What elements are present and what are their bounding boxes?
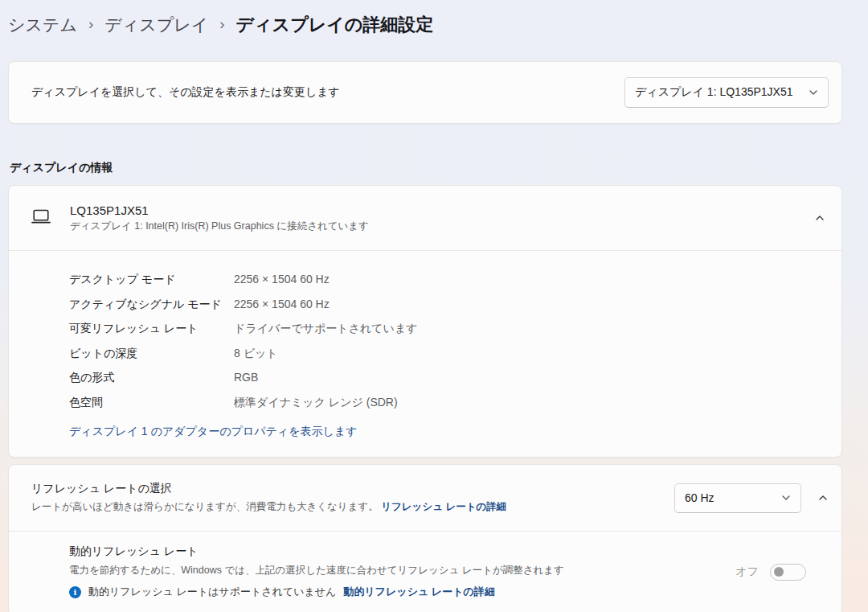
refresh-rate-header[interactable]: リフレッシュ レートの選択 レートが高いほど動きは滑らかになりますが、消費電力も… (9, 465, 841, 531)
toggle-knob (774, 567, 784, 577)
table-row: 可変リフレッシュ レート ドライバーでサポートされています (69, 316, 811, 341)
refresh-rate-dropdown-value: 60 Hz (685, 491, 714, 504)
display-selector-card: ディスプレイを選択して、その設定を表示または変更します ディスプレイ 1: LQ… (8, 61, 842, 124)
dynamic-refresh-rate-learn-more-link[interactable]: 動的リフレッシュ レートの詳細 (343, 585, 494, 599)
dynamic-refresh-rate-description: 電力を節約するために、Windows では、上記の選択した速度に合わせてリフレッ… (69, 564, 564, 577)
refresh-rate-card: リフレッシュ レートの選択 レートが高いほど動きは滑らかになりますが、消費電力も… (8, 464, 842, 612)
breadcrumb-system[interactable]: システム (8, 14, 77, 36)
refresh-rate-controls: 60 Hz (674, 483, 829, 513)
row-value: 標準ダイナミック レンジ (SDR) (234, 390, 398, 415)
refresh-rate-dropdown[interactable]: 60 Hz (674, 483, 801, 513)
advanced-display-settings-page: システム › ディスプレイ › ディスプレイの詳細設定 ディスプレイを選択して、… (0, 13, 868, 612)
dynamic-refresh-rate-unsupported-text: 動的リフレッシュ レートはサポートされていません (88, 585, 336, 599)
breadcrumb-display[interactable]: ディスプレイ (104, 14, 208, 36)
refresh-rate-learn-more-link[interactable]: リフレッシュ レートの詳細 (381, 501, 506, 512)
display-info-content: デスクトップ モード 2256 × 1504 60 Hz アクティブなシグナル … (9, 251, 841, 457)
table-row: デスクトップ モード 2256 × 1504 60 Hz (69, 267, 811, 292)
refresh-rate-description: レートが高いほど動きは滑らかになりますが、消費電力も大きくなります。 リフレッシ… (31, 500, 674, 514)
chevron-down-icon (809, 88, 818, 97)
row-label: 色の形式 (69, 365, 234, 390)
row-value: 8 ビット (234, 341, 278, 366)
row-value: RGB (234, 365, 258, 390)
display-info-expander-header[interactable]: LQ135P1JX51 ディスプレイ 1: Intel(R) Iris(R) P… (9, 186, 841, 250)
chevron-right-icon: › (88, 15, 93, 33)
row-value: ドライバーでサポートされています (234, 316, 418, 341)
row-label: 可変リフレッシュ レート (69, 316, 234, 341)
info-icon: i (69, 586, 81, 598)
chevron-up-icon[interactable] (814, 212, 825, 224)
display-info-card: LQ135P1JX51 ディスプレイ 1: Intel(R) Iris(R) P… (8, 185, 842, 458)
chevron-up-icon[interactable] (817, 492, 829, 503)
dynamic-refresh-rate-text: 動的リフレッシュ レート 電力を節約するために、Windows では、上記の選択… (69, 544, 564, 599)
table-row: 色の形式 RGB (69, 365, 811, 390)
row-label: デスクトップ モード (69, 267, 234, 292)
table-row: 色空間 標準ダイナミック レンジ (SDR) (69, 390, 811, 415)
laptop-icon (31, 207, 51, 229)
dynamic-refresh-rate-toggle[interactable] (770, 564, 806, 581)
chevron-down-icon (781, 493, 791, 503)
device-connection-subtitle: ディスプレイ 1: Intel(R) Iris(R) Plus Graphics… (70, 220, 814, 233)
dynamic-refresh-rate-info-row: i 動的リフレッシュ レートはサポートされていません 動的リフレッシュ レートの… (69, 585, 564, 599)
toggle-state-label: オフ (735, 565, 759, 579)
table-row: アクティブなシグナル モード 2256 × 1504 60 Hz (69, 292, 811, 317)
table-row: ビットの深度 8 ビット (69, 341, 811, 366)
adapter-properties-link[interactable]: ディスプレイ 1 のアダプターのプロパティを表示します (69, 425, 357, 439)
dynamic-refresh-rate-row: 動的リフレッシュ レート 電力を節約するために、Windows では、上記の選択… (9, 532, 841, 612)
row-label: ビットの深度 (69, 341, 234, 366)
display-info-header-text: LQ135P1JX51 ディスプレイ 1: Intel(R) Iris(R) P… (70, 203, 814, 233)
display-info-section-title: ディスプレイの情報 (10, 161, 868, 175)
dynamic-refresh-rate-toggle-group: オフ (735, 564, 806, 581)
breadcrumb: システム › ディスプレイ › ディスプレイの詳細設定 (8, 13, 868, 37)
refresh-rate-title: リフレッシュ レートの選択 (31, 482, 674, 496)
refresh-rate-description-text: レートが高いほど動きは滑らかになりますが、消費電力も大きくなります。 (31, 501, 379, 512)
display-selector-label: ディスプレイを選択して、その設定を表示または変更します (31, 85, 340, 100)
row-value: 2256 × 1504 60 Hz (234, 267, 330, 292)
display-selector-dropdown[interactable]: ディスプレイ 1: LQ135P1JX51 (624, 77, 829, 108)
page-title: ディスプレイの詳細設定 (236, 13, 434, 37)
row-label: 色空間 (69, 390, 234, 415)
refresh-rate-header-text: リフレッシュ レートの選択 レートが高いほど動きは滑らかになりますが、消費電力も… (31, 482, 674, 514)
chevron-right-icon: › (219, 15, 224, 33)
row-value: 2256 × 1504 60 Hz (234, 292, 330, 317)
row-label: アクティブなシグナル モード (69, 292, 234, 317)
display-selector-dropdown-value: ディスプレイ 1: LQ135P1JX51 (635, 85, 793, 100)
device-name: LQ135P1JX51 (70, 203, 814, 217)
dynamic-refresh-rate-title: 動的リフレッシュ レート (69, 544, 564, 559)
